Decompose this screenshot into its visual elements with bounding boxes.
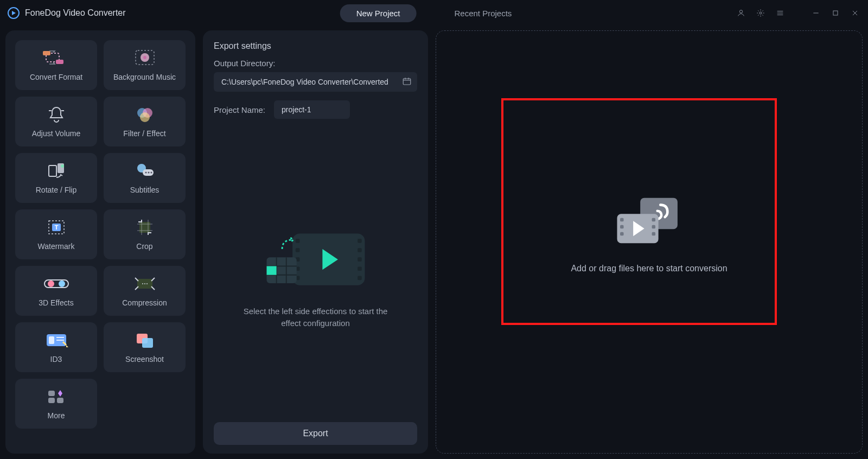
glasses-icon <box>43 275 69 293</box>
svg-rect-41 <box>49 336 54 344</box>
subtitles-icon <box>134 162 156 180</box>
svg-marker-0 <box>12 11 16 15</box>
tool-crop[interactable]: Crop <box>104 209 186 259</box>
main: Convert Format Background Music <box>0 26 868 459</box>
tool-label: Rotate / Flip <box>36 186 76 194</box>
svg-rect-63 <box>358 257 362 262</box>
tool-label: Watermark <box>38 242 75 251</box>
id3-icon <box>44 331 68 349</box>
svg-text:T: T <box>54 224 58 231</box>
watermark-icon: T <box>46 218 67 237</box>
tool-label: Adjust Volume <box>32 129 81 138</box>
output-directory-field[interactable]: C:\Users\pc\FoneDog Video Converter\Conv… <box>214 72 417 92</box>
tool-convert-format[interactable]: Convert Format <box>15 40 97 90</box>
tool-filter-effect[interactable]: Filter / Effect <box>104 97 186 146</box>
top-tabs: New Project Recent Projects <box>340 4 528 22</box>
filter-icon <box>136 105 154 124</box>
svg-rect-51 <box>403 78 411 84</box>
tab-recent-projects[interactable]: Recent Projects <box>438 4 528 22</box>
svg-point-15 <box>143 56 146 59</box>
minimize-icon[interactable] <box>810 8 821 18</box>
tool-grid: Convert Format Background Music <box>15 40 186 429</box>
annotation-highlight <box>501 98 777 325</box>
svg-rect-11 <box>43 51 50 55</box>
svg-point-28 <box>150 172 152 174</box>
menu-icon[interactable] <box>775 8 786 18</box>
svg-rect-62 <box>358 248 362 252</box>
more-icon <box>46 387 67 406</box>
tool-label: Screenshot <box>125 355 164 364</box>
tool-label: Convert Format <box>30 73 82 81</box>
tools-panel: Convert Format Background Music <box>5 30 195 454</box>
tool-watermark[interactable]: T Watermark <box>15 209 97 259</box>
project-name-label: Project Name: <box>214 105 265 114</box>
screenshot-icon <box>135 331 155 349</box>
svg-rect-32 <box>139 222 150 233</box>
svg-point-26 <box>145 172 146 174</box>
preview-illustration <box>261 228 370 290</box>
project-name-row: Project Name: project-1 <box>214 100 417 119</box>
tab-new-project[interactable]: New Project <box>340 4 417 22</box>
close-icon[interactable] <box>850 8 860 18</box>
export-settings-title: Export settings <box>214 41 417 51</box>
tool-label: ID3 <box>50 355 62 364</box>
svg-point-38 <box>144 283 145 284</box>
svg-point-20 <box>140 112 150 122</box>
svg-point-37 <box>142 283 143 284</box>
svg-marker-50 <box>58 390 62 397</box>
output-directory-label: Output Directory: <box>214 59 417 68</box>
crop-icon <box>134 218 156 237</box>
tool-label: Crop <box>136 242 152 251</box>
svg-rect-71 <box>266 266 276 275</box>
bell-icon <box>47 105 66 124</box>
account-icon[interactable] <box>736 8 746 18</box>
tool-label: Compression <box>122 298 167 307</box>
svg-point-34 <box>48 280 54 287</box>
svg-rect-21 <box>49 165 56 176</box>
svg-rect-65 <box>358 276 362 280</box>
svg-rect-12 <box>56 60 63 64</box>
tool-subtitles[interactable]: Subtitles <box>104 153 186 203</box>
svg-point-27 <box>148 172 149 174</box>
export-button[interactable]: Export <box>214 422 417 445</box>
svg-point-35 <box>59 280 65 287</box>
tool-label: More <box>48 411 65 420</box>
tool-screenshot[interactable]: Screenshot <box>104 322 186 372</box>
svg-marker-44 <box>66 345 68 347</box>
tool-more[interactable]: More <box>15 379 97 429</box>
browse-folder-icon[interactable] <box>402 76 412 88</box>
svg-rect-47 <box>48 391 55 396</box>
svg-rect-48 <box>48 398 55 403</box>
tool-id3[interactable]: ID3 <box>15 322 97 372</box>
compression-icon <box>133 275 157 293</box>
svg-point-1 <box>739 10 742 13</box>
svg-rect-57 <box>295 248 299 252</box>
drop-zone[interactable]: Add or drag files here to start conversi… <box>436 30 863 454</box>
tool-rotate-flip[interactable]: Rotate / Flip <box>15 153 97 203</box>
tool-adjust-volume[interactable]: Adjust Volume <box>15 97 97 146</box>
window-controls <box>736 8 860 18</box>
svg-rect-56 <box>295 239 299 243</box>
music-icon <box>134 49 156 67</box>
app-title: FoneDog Video Converter <box>25 8 126 18</box>
convert-icon <box>43 49 70 67</box>
maximize-icon[interactable] <box>830 8 841 18</box>
tool-compression[interactable]: Compression <box>104 266 186 316</box>
rotate-icon <box>47 162 66 180</box>
titlebar: FoneDog Video Converter New Project Rece… <box>0 0 868 26</box>
output-directory-value: C:\Users\pc\FoneDog Video Converter\Conv… <box>221 78 388 86</box>
svg-point-39 <box>146 283 148 284</box>
svg-rect-49 <box>57 398 63 403</box>
tool-background-music[interactable]: Background Music <box>104 40 186 90</box>
settings-hint: Select the left side effections to start… <box>234 305 397 329</box>
gear-icon[interactable] <box>755 8 766 18</box>
tool-label: 3D Effects <box>39 298 73 307</box>
tool-3d-effects[interactable]: 3D Effects <box>15 266 97 316</box>
app-logo <box>8 7 20 19</box>
svg-rect-46 <box>142 338 153 348</box>
svg-point-2 <box>760 12 762 14</box>
project-name-input[interactable]: project-1 <box>274 100 350 119</box>
export-settings-panel: Export settings Output Directory: C:\Use… <box>203 30 428 454</box>
effect-preview-placeholder: Select the left side effections to start… <box>214 135 417 422</box>
tool-label: Subtitles <box>130 186 159 194</box>
